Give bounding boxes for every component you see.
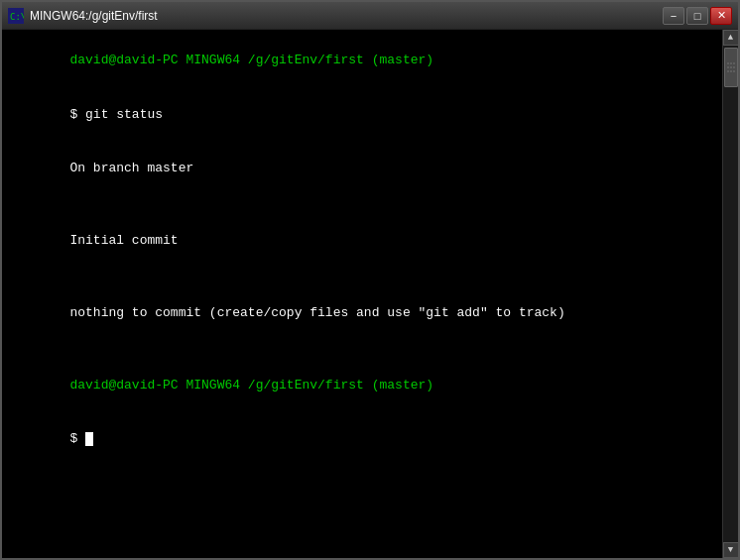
terminal-line-10: $ (8, 412, 718, 467)
scrollbar-thumb[interactable] (724, 48, 738, 87)
terminal-line-4 (8, 196, 718, 214)
terminal-line-5: Initial commit (8, 214, 718, 269)
window-title: MINGW64:/g/gitEnv/first (30, 9, 663, 23)
minimize-button[interactable]: − (663, 7, 684, 25)
scrollbar-track[interactable] (723, 46, 738, 542)
terminal-content[interactable]: david@david-PC MINGW64 /g/gitEnv/first (… (2, 30, 722, 558)
terminal-line-7: nothing to commit (create/copy files and… (8, 286, 718, 341)
terminal-window: C:\ MINGW64:/g/gitEnv/first − □ ✕ david@… (0, 0, 740, 560)
prompt-dollar: $ (69, 431, 85, 446)
prompt-1: david@david-PC MINGW64 /g/gitEnv/first (… (69, 53, 433, 67)
command-text: git status (85, 107, 163, 122)
terminal-line-6 (8, 268, 718, 285)
terminal-line-8 (8, 340, 718, 358)
terminal-cursor (85, 432, 93, 446)
output-branch: On branch master (69, 161, 193, 175)
scrollbar[interactable]: ▲ ▼ (722, 30, 738, 558)
prompt-2: david@david-PC MINGW64 /g/gitEnv/first (… (69, 378, 433, 392)
scrollbar-down-arrow[interactable]: ▼ (723, 542, 739, 558)
terminal-body[interactable]: david@david-PC MINGW64 /g/gitEnv/first (… (2, 30, 738, 558)
output-initial: Initial commit (69, 233, 178, 248)
svg-text:C:\: C:\ (10, 12, 24, 22)
close-button[interactable]: ✕ (710, 7, 732, 25)
command-prefix: $ (69, 107, 85, 122)
window-controls: − □ ✕ (663, 7, 732, 25)
scrollbar-grip (727, 62, 735, 72)
terminal-icon: C:\ (8, 8, 24, 24)
terminal-line-1: david@david-PC MINGW64 /g/gitEnv/first (… (8, 34, 718, 88)
maximize-button[interactable]: □ (686, 7, 708, 25)
scrollbar-up-arrow[interactable]: ▲ (723, 30, 739, 46)
output-nothing: nothing to commit (create/copy files and… (69, 305, 564, 320)
terminal-line-2: $ git status (8, 88, 718, 143)
terminal-line-9: david@david-PC MINGW64 /g/gitEnv/first (… (8, 358, 718, 412)
title-bar: C:\ MINGW64:/g/gitEnv/first − □ ✕ (2, 2, 738, 30)
terminal-line-3: On branch master (8, 142, 718, 196)
